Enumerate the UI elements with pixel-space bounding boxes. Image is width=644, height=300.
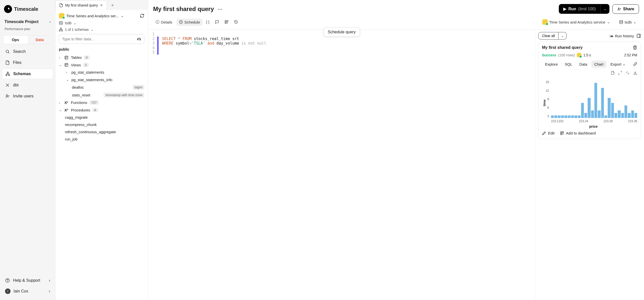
count-badge: 0 — [84, 55, 89, 60]
view-icon — [64, 63, 69, 67]
panel-toggle-icon[interactable] — [636, 34, 641, 38]
tree-column[interactable]: stats_reset timestamp with time zone — [59, 91, 144, 99]
expand-icon[interactable] — [618, 71, 622, 75]
result-tab-export[interactable]: Export ⌄ — [607, 60, 628, 68]
close-icon[interactable]: ✕ — [100, 3, 103, 7]
filter-text[interactable] — [62, 37, 137, 41]
tree-proc-item[interactable]: run_job — [59, 135, 144, 143]
page-title: My first shared query — [153, 6, 214, 13]
chevron-down-icon: ⌄ — [66, 77, 69, 82]
proc-name: recompress_chunk — [65, 122, 97, 127]
refresh-icon[interactable] — [140, 14, 144, 18]
logo-mark-icon — [4, 5, 12, 13]
service-selector-right[interactable]: Time Series and Analytics service ⌄ — [540, 18, 613, 26]
sidebar-item-label: dbt — [13, 83, 19, 87]
pencil-icon — [542, 131, 546, 135]
svg-rect-32 — [225, 21, 226, 22]
link-icon[interactable] — [633, 62, 637, 66]
sidebar-item-label: Search — [13, 49, 26, 54]
dashboard-icon — [560, 131, 564, 135]
schema-tree: › Tables 0 ⌄ Views 2 › — [59, 54, 144, 143]
result-tab-chart[interactable]: Chart — [591, 61, 607, 68]
result-tab-sql[interactable]: SQL — [562, 61, 575, 68]
sidebar-item-files[interactable]: Files — [2, 58, 53, 68]
schema-selector[interactable]: 1 of 1 schemas ⌄ — [59, 28, 144, 32]
data-panel: My first shared query ✕ ＋ Time Series an… — [55, 0, 148, 300]
file-tab[interactable]: My first shared query ✕ — [55, 1, 107, 10]
database-selector[interactable]: tsdb ⌄ — [59, 21, 144, 25]
add-dashboard-button[interactable]: Add to dashboard — [560, 131, 596, 135]
view-name: pg_stat_statements_info — [71, 78, 112, 82]
line-number: 1 — [148, 32, 157, 37]
sub-schedule[interactable]: Schedule — [176, 19, 203, 26]
run-button[interactable]: ▶ Run (limit 100) — [559, 4, 600, 14]
tree-proc-item[interactable]: refresh_continuous_aggregate — [59, 128, 144, 135]
more-icon[interactable]: ⋯ — [218, 6, 223, 12]
sql-editor[interactable]: 1 2SELECT * FROM stocks_real_time srt 3W… — [148, 30, 535, 300]
edit-label: Edit — [548, 131, 555, 135]
tab-data[interactable]: Data — [28, 36, 52, 44]
svg-point-1 — [6, 50, 9, 53]
history-icon[interactable] — [232, 19, 240, 26]
dashboard-icon[interactable] — [223, 19, 231, 26]
share-label: Share — [623, 7, 634, 11]
sidebar-item-help[interactable]: Help & Support › — [2, 275, 53, 285]
sidebar-item-schemas[interactable]: Schemas — [2, 69, 53, 79]
result-tab-explore[interactable]: Explore — [542, 61, 561, 68]
result-tab-data[interactable]: Data — [576, 61, 590, 68]
collapse-icon[interactable] — [626, 71, 630, 75]
tab-ops[interactable]: Ops — [3, 36, 28, 44]
project-selector[interactable]: Timescale Project › — [2, 17, 53, 27]
svg-point-12 — [59, 21, 62, 22]
sub-details[interactable]: ⓘ Details — [153, 18, 175, 26]
add-tab-button[interactable]: ＋ — [107, 0, 118, 10]
sidebar-item-dbt[interactable]: dbt — [2, 80, 53, 90]
tree-views[interactable]: ⌄ Views 2 — [59, 61, 144, 69]
proc-name: cagg_migrate — [65, 115, 88, 119]
table-icon — [64, 56, 69, 60]
sliders-icon[interactable] — [137, 37, 141, 41]
logo[interactable]: Timescale — [2, 3, 53, 15]
download-icon[interactable] — [633, 71, 637, 75]
sidebar-item-user[interactable]: I Iain Cox › — [2, 286, 53, 296]
sub-label: Details — [161, 20, 172, 24]
view-name: pg_stat_statements — [71, 70, 104, 74]
svg-rect-13 — [60, 28, 61, 29]
avatar: I — [5, 288, 11, 294]
run-history-button[interactable]: ⏮ Run history — [610, 34, 634, 38]
tree-label: Views — [71, 63, 81, 67]
chevron-right-icon: › — [49, 278, 50, 283]
tree-view-item[interactable]: › pg_stat_statements — [59, 69, 144, 76]
tree-procedures[interactable]: ⌄ X² Procedures 4 — [59, 106, 144, 114]
share-button[interactable]: Share — [612, 4, 639, 14]
tree-view-item[interactable]: ⌄ pg_stat_statements_info — [59, 76, 144, 83]
trash-icon[interactable] — [633, 45, 637, 50]
schema-icon — [5, 71, 10, 76]
sidebar-item-invite[interactable]: Invite users — [2, 91, 53, 101]
sidebar-item-search[interactable]: Search — [2, 47, 53, 57]
tree-proc-item[interactable]: cagg_migrate — [59, 114, 144, 121]
sub-label: Schedule — [184, 20, 200, 24]
sidebar: Timescale Timescale Project › Performanc… — [0, 0, 55, 300]
tree-functions[interactable]: › X² Functions 727 — [59, 99, 144, 106]
code-line: SELECT * FROM stocks_real_time srt — [162, 37, 239, 41]
tree-tables[interactable]: › Tables 0 — [59, 54, 144, 61]
edit-button[interactable]: Edit — [542, 131, 555, 135]
rewind-icon: ⏮ — [610, 34, 613, 38]
service-selector[interactable]: Time Series and Analytics ser... ⌄ — [59, 13, 144, 19]
tree-proc-item[interactable]: recompress_chunk — [59, 121, 144, 128]
run-limit: (limit 100) — [578, 7, 596, 11]
results-panel: Clear all ⌄ ⏮ Run history — [535, 30, 644, 300]
count-badge: 4 — [92, 108, 98, 112]
clear-all-button[interactable]: Clear all — [538, 32, 559, 40]
run-dropdown[interactable]: ⌄ — [600, 4, 609, 14]
tree-column[interactable]: dealloc bigint — [59, 83, 144, 91]
filter-input[interactable] — [59, 34, 144, 44]
braces-icon[interactable]: { } — [204, 19, 211, 26]
svg-line-2 — [8, 52, 9, 53]
chevron-down-icon: ⌄ — [607, 20, 610, 24]
copy-icon[interactable] — [611, 71, 615, 75]
comment-icon[interactable] — [213, 19, 221, 26]
database-selector-right[interactable]: tsdb ⌄ — [617, 18, 639, 26]
clear-dropdown[interactable]: ⌄ — [559, 32, 567, 40]
